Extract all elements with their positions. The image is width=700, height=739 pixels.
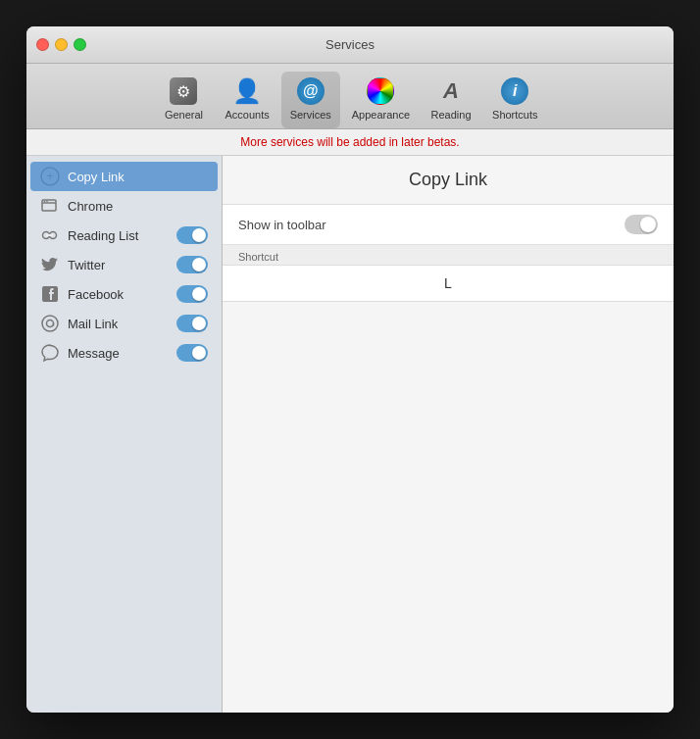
sidebar-item-message[interactable]: Message xyxy=(30,338,218,368)
sidebar-item-label-reading-list: Reading List xyxy=(68,228,169,243)
facebook-icon xyxy=(40,284,60,304)
svg-point-10 xyxy=(47,320,54,327)
maximize-button[interactable] xyxy=(74,38,86,51)
sidebar-item-label-message: Message xyxy=(68,346,169,361)
sidebar-item-label-facebook: Facebook xyxy=(68,287,169,302)
sidebar-item-mail-link[interactable]: Mail Link xyxy=(30,309,218,338)
shortcuts-icon: i xyxy=(499,75,530,107)
shortcut-label: Shortcut xyxy=(223,245,674,266)
reading-list-icon xyxy=(40,225,60,245)
toolbar-item-general[interactable]: ⚙ General xyxy=(154,72,213,128)
sidebar-item-facebook[interactable]: Facebook xyxy=(30,279,218,309)
toolbar-label-reading: Reading xyxy=(431,109,472,121)
toolbar-item-accounts[interactable]: 👤 Accounts xyxy=(217,72,276,128)
main-content: + Copy Link Chrome xyxy=(26,156,674,713)
chrome-icon xyxy=(40,196,60,216)
sidebar-item-twitter[interactable]: Twitter xyxy=(30,250,218,279)
toolbar: ⚙ General 👤 Accounts @ Services Appearan… xyxy=(26,64,674,129)
show-in-toolbar-row: Show in toolbar xyxy=(223,205,674,245)
main-window: Services ⚙ General 👤 Accounts @ Services xyxy=(26,26,674,713)
svg-point-4 xyxy=(44,201,46,203)
titlebar: Services xyxy=(26,26,674,64)
traffic-lights xyxy=(36,38,86,51)
detail-panel: Copy Link Show in toolbar Shortcut L xyxy=(223,156,674,713)
toolbar-label-appearance: Appearance xyxy=(352,109,410,121)
sidebar: + Copy Link Chrome xyxy=(26,156,223,713)
sidebar-item-label-copy-link: Copy Link xyxy=(68,170,208,184)
appearance-icon xyxy=(365,75,396,107)
mail-link-toggle[interactable] xyxy=(176,315,208,332)
message-toggle[interactable] xyxy=(176,344,208,362)
show-in-toolbar-label: Show in toolbar xyxy=(238,218,625,232)
toolbar-item-reading[interactable]: A Reading xyxy=(422,72,480,128)
svg-text:+: + xyxy=(46,170,53,183)
toolbar-item-services[interactable]: @ Services xyxy=(281,72,340,128)
notice-text: More services will be added in later bet… xyxy=(240,135,459,149)
reading-icon: A xyxy=(435,75,467,107)
detail-title: Copy Link xyxy=(223,156,674,205)
svg-point-9 xyxy=(42,316,58,331)
minimize-button[interactable] xyxy=(55,38,68,51)
accounts-icon: 👤 xyxy=(231,75,263,107)
facebook-toggle[interactable] xyxy=(176,285,208,303)
reading-list-toggle[interactable] xyxy=(176,226,208,244)
shortcut-value: L xyxy=(223,266,674,302)
show-in-toolbar-toggle[interactable] xyxy=(625,215,658,234)
close-button[interactable] xyxy=(36,38,49,51)
sidebar-item-label-twitter: Twitter xyxy=(68,258,169,272)
toolbar-label-shortcuts: Shortcuts xyxy=(492,109,537,121)
svg-point-5 xyxy=(46,201,48,203)
copy-link-icon: + xyxy=(40,167,60,186)
twitter-icon xyxy=(40,255,60,274)
sidebar-item-copy-link[interactable]: + Copy Link xyxy=(30,162,218,191)
toolbar-item-shortcuts[interactable]: i Shortcuts xyxy=(484,72,545,128)
sidebar-item-chrome[interactable]: Chrome xyxy=(30,191,218,221)
mail-icon xyxy=(40,314,60,333)
notice-bar: More services will be added in later bet… xyxy=(26,129,674,156)
sidebar-item-label-chrome: Chrome xyxy=(68,199,208,214)
toolbar-label-services: Services xyxy=(290,109,331,121)
shortcut-row: Shortcut L xyxy=(223,245,674,302)
twitter-toggle[interactable] xyxy=(176,256,208,273)
general-icon: ⚙ xyxy=(168,75,199,107)
toolbar-item-appearance[interactable]: Appearance xyxy=(344,72,418,128)
toolbar-label-accounts: Accounts xyxy=(225,109,269,121)
window-title: Services xyxy=(325,37,375,52)
sidebar-item-reading-list[interactable]: Reading List xyxy=(30,221,218,250)
message-icon xyxy=(40,343,60,363)
sidebar-item-label-mail-link: Mail Link xyxy=(68,317,169,331)
toolbar-label-general: General xyxy=(165,109,203,121)
services-icon: @ xyxy=(295,75,326,107)
